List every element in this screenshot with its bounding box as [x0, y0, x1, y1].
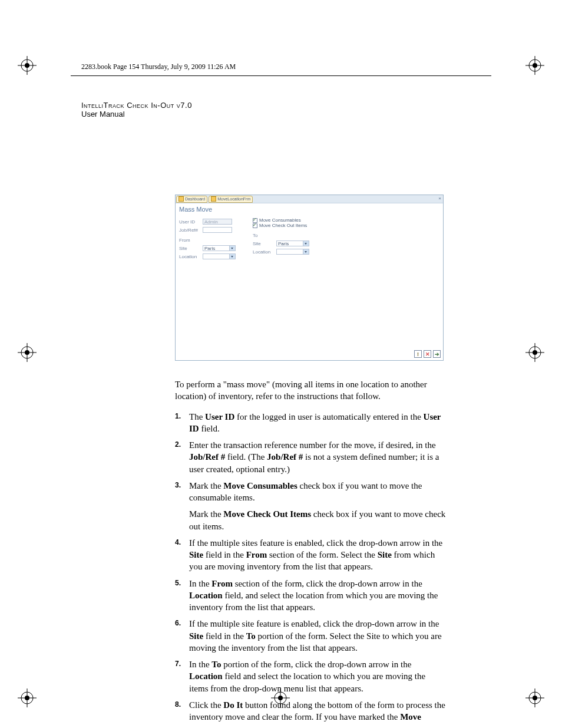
step-7: In the To portion of the form, click the… — [175, 658, 446, 694]
crop-mark-icon — [525, 689, 544, 707]
intro-paragraph: To perform a "mass move" (moving all ite… — [175, 378, 446, 403]
crop-mark-icon — [18, 689, 37, 707]
svg-point-27 — [278, 696, 283, 700]
step-3: Mark the Move Consumables check box if y… — [175, 480, 446, 532]
doc-subtitle: User Manual — [81, 110, 482, 118]
doc-title-block: IntelliTrack Check In-Out v7.0 User Manu… — [81, 101, 482, 118]
svg-point-3 — [25, 63, 29, 68]
jobref-label: Job/Ref# — [179, 228, 203, 233]
step-8: Click the Do It button found along the b… — [175, 699, 446, 723]
crop-mark-icon — [271, 689, 290, 707]
move-consumables-label: Move Consumables — [259, 218, 301, 223]
svg-point-7 — [533, 63, 537, 68]
tab-bar: Dashboard MoveLocationFrm × — [176, 195, 443, 203]
crop-mark-icon — [18, 343, 37, 362]
user-id-label: User ID — [179, 219, 203, 225]
to-site-select[interactable]: Paris — [276, 241, 309, 246]
form-title: Mass Move — [176, 203, 443, 215]
tab-icon — [178, 196, 184, 202]
step-1: The User ID for the logged in user is au… — [175, 411, 446, 435]
to-location-select[interactable] — [276, 249, 309, 255]
exit-button[interactable]: ➔ — [433, 350, 441, 358]
screenshot-mass-move-form: Dashboard MoveLocationFrm × Mass Move Us… — [175, 195, 444, 361]
to-site-label: Site — [253, 241, 276, 246]
from-location-label: Location — [179, 254, 203, 259]
close-icon[interactable]: × — [438, 196, 441, 201]
jobref-field[interactable] — [203, 227, 232, 233]
steps-list: The User ID for the logged in user is au… — [175, 411, 446, 723]
cancel-button[interactable]: ✕ — [424, 350, 431, 358]
from-section-label: From — [179, 238, 247, 243]
from-site-select[interactable]: Paris — [203, 245, 236, 251]
svg-point-23 — [533, 696, 537, 700]
do-it-button[interactable]: ! — [414, 350, 422, 358]
page-header-meta: 2283.book Page 154 Thursday, July 9, 200… — [81, 62, 482, 71]
to-section-label: To — [253, 233, 341, 238]
checkbox-icon — [253, 223, 257, 228]
svg-point-11 — [25, 350, 29, 355]
svg-point-15 — [533, 350, 537, 355]
step-4: If the multiple sites feature is enabled… — [175, 537, 446, 573]
step-6: If the multiple site feature is enabled,… — [175, 618, 446, 654]
svg-point-19 — [25, 696, 29, 700]
crop-mark-icon — [525, 343, 544, 362]
body-text: To perform a "mass move" (moving all ite… — [175, 378, 446, 727]
tab-movelocationfrm[interactable]: MoveLocationFrm — [209, 196, 253, 203]
from-site-label: Site — [179, 246, 203, 251]
step-5: In the From section of the form, click t… — [175, 578, 446, 614]
move-consumables-checkbox[interactable]: Move Consumables — [253, 218, 341, 223]
crop-mark-icon — [18, 56, 37, 75]
move-checkout-checkbox[interactable]: Move Check Out Items — [253, 223, 341, 228]
from-location-select[interactable] — [203, 253, 236, 259]
doc-title: IntelliTrack Check In-Out v7.0 — [81, 101, 482, 110]
crop-mark-icon — [525, 56, 544, 75]
user-id-field[interactable]: Admin — [203, 219, 232, 225]
tab-icon — [211, 196, 216, 202]
step-2: Enter the transaction reference number f… — [175, 439, 446, 475]
move-checkout-label: Move Check Out Items — [259, 223, 307, 228]
tab-dashboard[interactable]: Dashboard — [176, 196, 207, 203]
to-location-label: Location — [253, 249, 276, 255]
